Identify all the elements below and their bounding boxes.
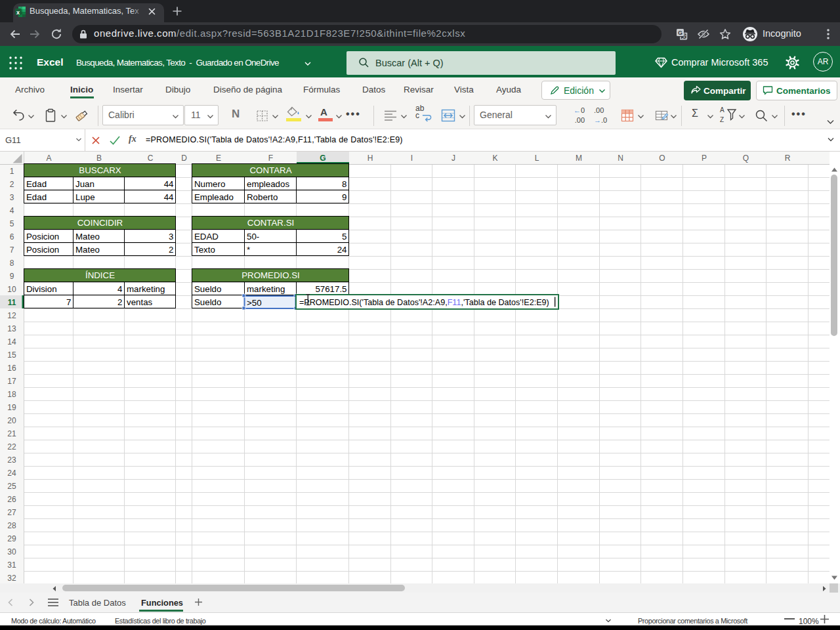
- svg-text:26: 26: [7, 495, 16, 504]
- svg-text:Edad: Edad: [26, 192, 47, 202]
- svg-text:17: 17: [7, 377, 16, 386]
- svg-text:3: 3: [10, 193, 14, 202]
- svg-text:K: K: [492, 154, 497, 163]
- svg-text:12: 12: [7, 311, 16, 320]
- svg-text:CONTARA: CONTARA: [249, 165, 291, 175]
- svg-text:2: 2: [117, 297, 122, 307]
- svg-text:15: 15: [7, 350, 16, 360]
- svg-text:Sueldo: Sueldo: [194, 297, 221, 307]
- svg-text:30: 30: [7, 547, 16, 556]
- svg-text:J: J: [452, 154, 455, 163]
- svg-text:23: 23: [7, 455, 16, 465]
- svg-text:PROMEDIO.SI: PROMEDIO.SI: [242, 270, 300, 280]
- svg-text:9: 9: [342, 192, 346, 202]
- svg-text:E: E: [216, 154, 221, 163]
- svg-text:B: B: [96, 154, 102, 163]
- svg-text:1: 1: [10, 167, 14, 176]
- svg-text:20: 20: [7, 416, 16, 425]
- svg-text:COINCIDIR: COINCIDIR: [77, 218, 123, 228]
- svg-text:Posicion: Posicion: [26, 245, 59, 255]
- svg-text:3: 3: [169, 232, 173, 242]
- svg-text:marketing: marketing: [247, 284, 285, 294]
- svg-text:24: 24: [337, 245, 347, 255]
- svg-text:C: C: [148, 154, 154, 163]
- svg-text:EDAD: EDAD: [194, 232, 219, 242]
- svg-text:29: 29: [7, 534, 16, 543]
- svg-text:L: L: [535, 154, 539, 163]
- svg-text:4: 4: [10, 206, 14, 215]
- svg-text:22: 22: [7, 442, 16, 452]
- svg-text:8: 8: [10, 259, 14, 268]
- svg-text:文: 文: [682, 33, 687, 39]
- svg-text:11: 11: [8, 298, 16, 307]
- svg-text:N: N: [618, 154, 623, 163]
- svg-text:Division: Division: [26, 284, 57, 294]
- svg-text:31: 31: [7, 560, 16, 570]
- svg-text:16: 16: [7, 364, 16, 373]
- svg-text:5: 5: [10, 219, 14, 228]
- svg-text:Numero: Numero: [194, 179, 225, 189]
- svg-text:G: G: [320, 154, 326, 163]
- svg-text:Edad: Edad: [26, 179, 47, 189]
- svg-text:ventas: ventas: [127, 297, 153, 307]
- svg-text:Q: Q: [743, 154, 749, 163]
- svg-text:28: 28: [7, 521, 16, 530]
- svg-text:9: 9: [10, 272, 14, 281]
- svg-text:14: 14: [7, 337, 16, 346]
- svg-text:2: 2: [10, 180, 14, 189]
- svg-text:27: 27: [7, 508, 16, 517]
- svg-text:marketing: marketing: [127, 284, 165, 294]
- svg-text:>50: >50: [247, 298, 262, 308]
- svg-text:Juan: Juan: [75, 179, 94, 189]
- svg-text:CONTAR.SI: CONTAR.SI: [247, 218, 294, 228]
- svg-text:Texto: Texto: [194, 245, 215, 255]
- svg-text:A: A: [46, 154, 51, 163]
- svg-text:21: 21: [7, 429, 16, 438]
- svg-text:44: 44: [164, 192, 174, 202]
- svg-text:Mateo: Mateo: [75, 245, 100, 255]
- svg-text:4: 4: [117, 284, 122, 294]
- svg-text:18: 18: [7, 390, 16, 399]
- svg-text:6: 6: [10, 232, 14, 242]
- svg-text:Mateo: Mateo: [75, 232, 100, 242]
- svg-text:D: D: [181, 154, 187, 163]
- svg-text:25: 25: [7, 482, 16, 491]
- svg-text:*: *: [247, 245, 250, 255]
- svg-text:ÍNDICE: ÍNDICE: [85, 270, 115, 280]
- svg-text:44: 44: [164, 179, 174, 189]
- svg-text:O: O: [659, 154, 665, 163]
- svg-text:x: x: [16, 9, 20, 16]
- svg-text:24: 24: [7, 469, 16, 478]
- svg-text:13: 13: [7, 324, 16, 333]
- svg-text:10: 10: [7, 285, 16, 294]
- svg-text:Roberto: Roberto: [247, 192, 278, 202]
- svg-text:Empleado: Empleado: [194, 192, 234, 202]
- svg-text:Sueldo: Sueldo: [194, 284, 221, 294]
- svg-text:50-: 50-: [247, 232, 259, 242]
- svg-text:Lupe: Lupe: [75, 192, 95, 202]
- svg-text:19: 19: [7, 403, 16, 412]
- svg-text:Posicion: Posicion: [26, 232, 59, 242]
- svg-text:M: M: [576, 154, 582, 163]
- svg-text:F: F: [268, 154, 273, 163]
- svg-text:5: 5: [342, 232, 346, 242]
- svg-text:empleados: empleados: [247, 179, 289, 189]
- svg-text:BUSCARX: BUSCARX: [79, 165, 121, 175]
- svg-text:2: 2: [169, 245, 173, 255]
- svg-text:I: I: [411, 154, 413, 163]
- svg-text:57617.5: 57617.5: [315, 284, 346, 294]
- svg-text:R: R: [785, 154, 791, 163]
- svg-text:7: 7: [66, 297, 71, 307]
- svg-text:P: P: [702, 154, 707, 163]
- svg-text:H: H: [368, 154, 373, 163]
- svg-text:8: 8: [342, 179, 346, 189]
- svg-text:32: 32: [7, 574, 16, 583]
- svg-text:=PROMEDIO.SI('Tabla de Datos'!: =PROMEDIO.SI('Tabla de Datos'!A2:A9,F11,…: [299, 298, 549, 307]
- svg-text:7: 7: [10, 245, 14, 255]
